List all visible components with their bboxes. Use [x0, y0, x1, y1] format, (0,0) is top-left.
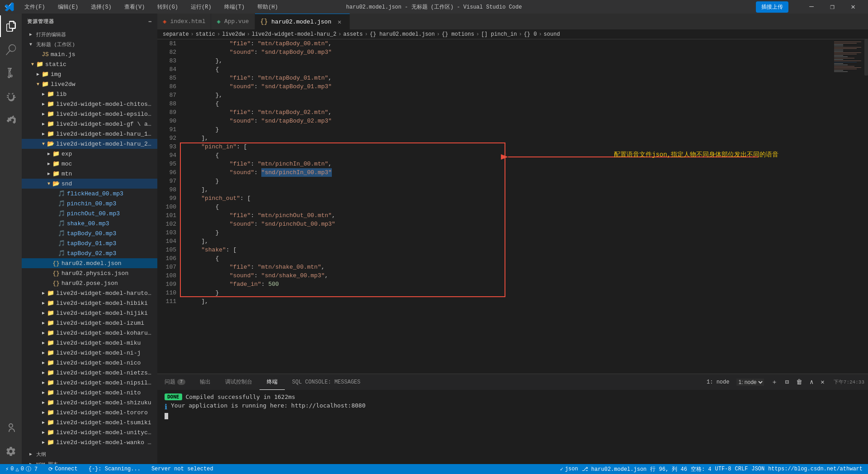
tree-item-mp3-5[interactable]: 🎵 tapBody_00.mp3	[22, 228, 157, 238]
panel-maximize-button[interactable]: ∧	[808, 377, 815, 387]
cloud-upload-button[interactable]: 插接上传	[756, 1, 788, 13]
panel-split-button[interactable]: ⊟	[783, 377, 790, 387]
panel-add-button[interactable]: ＋	[769, 377, 779, 387]
tree-item-mainjs[interactable]: JS main.js	[22, 49, 157, 59]
tree-item-haruto[interactable]: ▶ 📁 live2d-widget-model-haruto \ assets	[22, 288, 157, 298]
terminal-dropdown[interactable]: 1: node	[736, 379, 764, 386]
debug-icon[interactable]	[0, 86, 22, 108]
tree-item-chitose[interactable]: ▶ 📁 live2d-widget-model-chitose \ assets	[22, 99, 157, 109]
tree-item-epsilon[interactable]: ▶ 📁 live2d-widget-model-epsilon2_1 \ ass…	[22, 109, 157, 119]
tree-item-hijiki[interactable]: ▶ 📁 live2d-widget-model-hijiki	[22, 308, 157, 318]
tree-item-mp3-4[interactable]: 🎵 shake_00.mp3	[22, 218, 157, 228]
breadcrumb-item[interactable]: {} motions	[442, 31, 474, 38]
tree-item-mp3-6[interactable]: 🎵 tapBody_01.mp3	[22, 238, 157, 248]
tree-item-tsumiki[interactable]: ▶ 📁 live2d-widget-model-tsumiki	[22, 417, 157, 427]
breadcrumb-item[interactable]: live2dw	[222, 31, 245, 38]
tree-item-haru02-model[interactable]: {} haru02.model.json	[22, 258, 157, 268]
menu-edit[interactable]: 编辑(E)	[55, 2, 81, 12]
menu-terminal[interactable]: 终端(T)	[222, 2, 248, 12]
panel-tab-sql[interactable]: SQL CONSOLE: MESSAGES	[285, 374, 368, 390]
tree-item-nij[interactable]: ▶ 📁 live2d-widget-model-ni-j	[22, 348, 157, 358]
panel-close-button[interactable]: ✕	[819, 377, 826, 387]
tree-item-nipsilon[interactable]: ▶ 📁 live2d-widget-model-nipsilon	[22, 378, 157, 388]
breadcrumb-item[interactable]: assets	[343, 31, 363, 38]
breadcrumb-item[interactable]: [] pinch_in	[481, 31, 517, 38]
status-scanning[interactable]: {-}: Scanning...	[87, 464, 142, 474]
settings-icon[interactable]	[0, 441, 22, 462]
tree-item-img[interactable]: ▶ 📁 img	[22, 69, 157, 79]
status-server[interactable]: Server not selected	[150, 464, 215, 474]
menu-select[interactable]: 选择(S)	[88, 2, 114, 12]
status-errors[interactable]: ⚡ 0 △ 0 ⓘ 7	[4, 464, 39, 474]
tab-close-button[interactable]: ✕	[335, 17, 344, 26]
status-eol[interactable]: CRLF	[733, 464, 750, 474]
tree-item-mp3-3[interactable]: 🎵 pinchOut_00.mp3	[22, 209, 157, 218]
panel-tab-terminal[interactable]: 终端	[259, 374, 285, 390]
section-npm[interactable]: ▶ NPM 脚本	[22, 459, 157, 464]
status-spaces[interactable]: 空格: 4	[689, 464, 713, 474]
tree-item-static[interactable]: ▼ 📁 static	[22, 59, 157, 69]
tab-index-html[interactable]: ◈ index.html	[157, 14, 211, 29]
tree-item-haru2[interactable]: ▼ 📂 live2d-widget-model-haru_2 \ assets	[22, 139, 157, 149]
tree-item-mtn[interactable]: ▶ 📁 mtn	[22, 169, 157, 179]
menu-file[interactable]: 文件(F)	[22, 2, 48, 12]
close-button[interactable]: ✕	[843, 0, 863, 14]
tree-item-live2dw[interactable]: ▼ 📁 live2dw	[22, 79, 157, 89]
tree-item-koharu[interactable]: ▶ 📁 live2d-widget-model-koharu \ assets	[22, 328, 157, 338]
tree-item-haru02-pose[interactable]: {} haru02.pose.json	[22, 278, 157, 288]
status-position[interactable]: 行 96, 列 46	[648, 464, 689, 474]
tree-item-snd[interactable]: ▼ 📂 snd	[22, 179, 157, 189]
tree-item-wanko[interactable]: ▶ 📁 live2d-widget-model-wanko \ assets	[22, 437, 157, 447]
tree-item-mp3-7[interactable]: 🎵 tapBody_02.mp3	[22, 248, 157, 258]
tree-item-mp3-2[interactable]: 🎵 pinchin_00.mp3	[22, 199, 157, 209]
status-connect[interactable]: ⟳ Connect	[47, 464, 79, 474]
maximize-button[interactable]: ❐	[822, 0, 843, 14]
breadcrumb-item[interactable]: sound	[544, 31, 560, 38]
menu-view[interactable]: 查看(V)	[122, 2, 148, 12]
tree-item-izumi[interactable]: ▶ 📁 live2d-widget-model-izumi	[22, 318, 157, 328]
breadcrumb-item[interactable]: {} 0	[524, 31, 537, 38]
tree-item-exp[interactable]: ▶ 📁 exp	[22, 149, 157, 159]
menu-help[interactable]: 帮助(H)	[255, 2, 281, 12]
sidebar-more-icon[interactable]: ⋯	[148, 19, 152, 24]
tree-item-hibiki[interactable]: ▶ 📁 live2d-widget-model-hibiki	[22, 298, 157, 308]
tree-item-nietzsche[interactable]: ▶ 📁 live2d-widget-model-nietzsche	[22, 368, 157, 378]
menu-run[interactable]: 运行(R)	[188, 2, 214, 12]
explorer-icon[interactable]	[0, 15, 22, 37]
menu-goto[interactable]: 转到(G)	[155, 2, 181, 12]
tab-haru02-model-json[interactable]: {} haru02.model.json ✕	[255, 14, 350, 29]
tree-item-nito[interactable]: ▶ 📁 live2d-widget-model-nito	[22, 388, 157, 398]
tree-item-nico[interactable]: ▶ 📁 live2d-widget-model-nico	[22, 358, 157, 368]
status-json-check[interactable]: ✓ json	[558, 464, 580, 474]
tree-item-haru1[interactable]: ▶ 📁 live2d-widget-model-haru_1 \ assets	[22, 129, 157, 139]
status-url[interactable]: https://blog.csdn.net/athwart	[766, 464, 864, 474]
section-workspace[interactable]: ▼ 无标题 (工作区)	[22, 39, 157, 49]
status-filename[interactable]: ⎇ haru02.model.json	[580, 464, 649, 474]
tree-item-tororo[interactable]: ▶ 📁 live2d-widget-model-tororo	[22, 408, 157, 417]
breadcrumb-item[interactable]: static	[196, 31, 215, 38]
tree-item-lib[interactable]: ▶ 📁 lib	[22, 89, 157, 99]
tree-item-unitychan[interactable]: ▶ 📁 live2d-widget-model-unitychan \ asse…	[22, 427, 157, 437]
breadcrumb-item[interactable]: separate	[163, 31, 189, 38]
sidebar-content[interactable]: ▶ 打开的编辑器 ▼ 无标题 (工作区) JS main.js ▼ 📁 stat…	[22, 29, 157, 464]
tree-item-mp3-1[interactable]: 🎵 flickHead_00.mp3	[22, 189, 157, 199]
account-icon[interactable]	[0, 417, 22, 439]
panel-tab-debug[interactable]: 调试控制台	[218, 374, 259, 390]
extensions-icon[interactable]	[0, 109, 22, 131]
section-open-editors[interactable]: ▶ 打开的编辑器	[22, 29, 157, 39]
search-icon[interactable]	[0, 39, 22, 61]
panel-tab-output[interactable]: 输出	[193, 374, 218, 390]
code-area[interactable]: "file": "mtn/tapBody_00.mtn", "sound": "…	[180, 39, 832, 374]
panel-trash-button[interactable]: 🗑	[794, 378, 804, 387]
panel-tab-problems[interactable]: 问题 7	[157, 374, 193, 390]
tree-item-moc[interactable]: ▶ 📁 moc	[22, 159, 157, 169]
tree-item-miku[interactable]: ▶ 📁 live2d-widget-model-miku	[22, 338, 157, 348]
status-language[interactable]: JSON	[750, 464, 766, 474]
breadcrumb-item[interactable]: {} haru02.model.json	[370, 31, 435, 38]
minimize-button[interactable]: —	[801, 0, 822, 14]
tab-app-vue[interactable]: ◈ App.vue	[211, 14, 255, 29]
tree-item-haru02-physics[interactable]: {} haru02.physics.json	[22, 268, 157, 278]
breadcrumb-item[interactable]: live2d-widget-model-haru_2	[252, 31, 336, 38]
tree-item-gf[interactable]: ▶ 📁 live2d-widget-model-gf \ assets	[22, 119, 157, 129]
tree-item-shizuku[interactable]: ▶ 📁 live2d-widget-model-shizuku	[22, 398, 157, 408]
